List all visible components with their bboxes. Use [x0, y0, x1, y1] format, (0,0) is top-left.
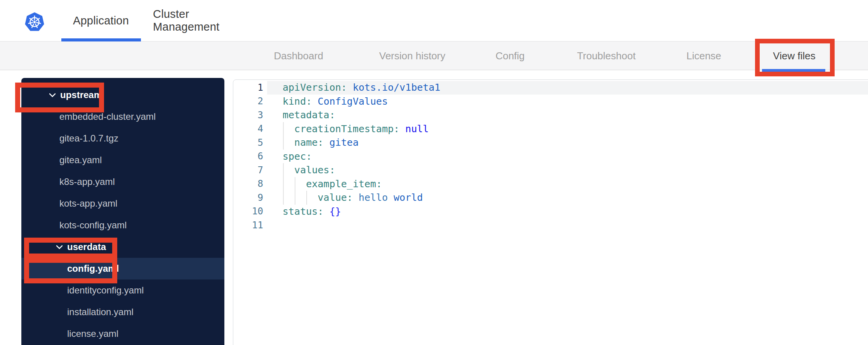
sidebar-folder-userdata[interactable]: userdata	[21, 236, 224, 258]
sidebar-item-k8s-app-yaml[interactable]: k8s-app.yaml	[21, 171, 224, 193]
code-content: value: hello world	[263, 192, 423, 203]
line-number: 11	[233, 220, 263, 231]
line-number: 3	[233, 110, 263, 121]
code-content: status: {}	[263, 206, 341, 217]
code-line: 8 example_item:	[233, 177, 868, 191]
active-tab-underline	[61, 38, 141, 41]
line-number: 5	[233, 137, 263, 148]
tab-troubleshoot[interactable]: Troubleshoot	[577, 41, 636, 70]
code-content: example_item:	[263, 178, 382, 190]
line-number: 7	[233, 165, 263, 176]
tab-license[interactable]: License	[686, 41, 721, 70]
code-content: creationTimestamp: null	[263, 123, 429, 135]
sidebar-item-gitea-yaml[interactable]: gitea.yaml	[21, 149, 224, 171]
kots-admin-console: Application Cluster Management Dashboard…	[0, 0, 868, 345]
code-content: spec:	[263, 151, 312, 162]
kubernetes-logo-icon[interactable]	[24, 11, 45, 33]
sidebar-item-kots-app-yaml[interactable]: kots-app.yaml	[21, 193, 224, 214]
folder-label: userdata	[67, 242, 106, 252]
code-line: 11	[233, 218, 868, 232]
code-content: apiVersion: kots.io/v1beta1	[263, 82, 440, 93]
code-line: 2 kind: ConfigValues	[233, 95, 868, 109]
sidebar-item-embedded-cluster-yaml[interactable]: embedded-cluster.yaml	[21, 106, 224, 128]
code-line: 10 status: {}	[233, 205, 868, 219]
chevron-down-icon[interactable]	[56, 244, 63, 250]
code-content: name: gitea	[263, 137, 359, 148]
code-line: 7 values:	[233, 163, 868, 177]
tab-cluster-management[interactable]: Cluster Management	[153, 0, 259, 41]
sidebar-item-kots-config-yaml[interactable]: kots-config.yaml	[21, 214, 224, 236]
line-number: 2	[233, 96, 263, 107]
sidebar-folder-upstream[interactable]: upstream	[21, 84, 224, 106]
top-navbar: Application Cluster Management	[0, 0, 868, 41]
view-files-active-underline	[762, 69, 825, 72]
sidebar-item-identityconfig-yaml[interactable]: identityconfig.yaml	[21, 279, 224, 301]
code-line: 3 metadata:	[233, 108, 868, 122]
code-line: 1 apiVersion: kots.io/v1beta1	[233, 81, 868, 95]
code-line: 6 spec:	[233, 150, 868, 164]
yaml-file-viewer[interactable]: 1 apiVersion: kots.io/v1beta1 2 kind: Co…	[233, 79, 868, 345]
sidebar-item-config-yaml[interactable]: config.yaml	[21, 258, 224, 279]
line-number: 9	[233, 192, 263, 203]
tab-dashboard[interactable]: Dashboard	[274, 41, 323, 70]
sidebar-item-license-yaml[interactable]: license.yaml	[21, 323, 224, 345]
code-content: values:	[263, 164, 335, 176]
tab-application[interactable]: Application	[62, 0, 140, 41]
file-tree-sidebar: upstream embedded-cluster.yaml gitea-1.0…	[21, 78, 224, 345]
tab-version-history[interactable]: Version history	[379, 41, 446, 70]
line-number: 4	[233, 123, 263, 134]
line-number: 6	[233, 151, 263, 162]
tab-config[interactable]: Config	[495, 41, 524, 70]
code-line: 9 value: hello world	[233, 191, 868, 205]
code-content: metadata:	[263, 109, 335, 121]
tab-view-files[interactable]: View files	[773, 41, 815, 70]
app-subnav: Dashboard Version history Config Trouble…	[0, 41, 868, 70]
folder-label: upstream	[60, 90, 102, 100]
code-line: 5 name: gitea	[233, 136, 868, 150]
code-content: kind: ConfigValues	[263, 96, 388, 107]
line-number: 1	[233, 82, 263, 93]
line-number: 8	[233, 178, 263, 189]
sidebar-item-gitea-tgz[interactable]: gitea-1.0.7.tgz	[21, 128, 224, 149]
line-number: 10	[233, 206, 263, 217]
sidebar-item-installation-yaml[interactable]: installation.yaml	[21, 301, 224, 323]
chevron-down-icon[interactable]	[49, 92, 56, 98]
code-line: 4 creationTimestamp: null	[233, 122, 868, 136]
